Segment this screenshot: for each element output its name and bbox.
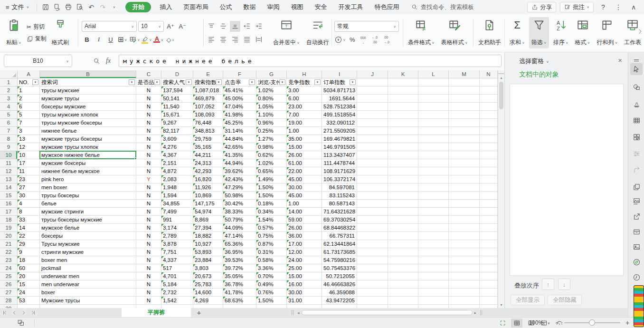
- fx-icon[interactable]: fx: [106, 57, 111, 65]
- cell[interactable]: [40, 305, 136, 308]
- cell[interactable]: 44.94%: [223, 159, 256, 167]
- move-up-button[interactable]: ↑: [542, 279, 554, 290]
- redo-button[interactable]: ↷: [97, 1, 108, 13]
- cell[interactable]: [480, 95, 498, 103]
- zoom-level[interactable]: 100%: [529, 319, 543, 326]
- cell[interactable]: [418, 240, 449, 248]
- increase-decimal-button[interactable]: .00→.0: [383, 34, 393, 45]
- cell[interactable]: [480, 87, 498, 95]
- filter-dropdown-button[interactable]: [216, 79, 222, 85]
- cell[interactable]: 11,540: [161, 103, 193, 111]
- cell[interactable]: 332.090112: [322, 119, 357, 127]
- cell[interactable]: 47.04%: [223, 103, 256, 111]
- cell[interactable]: [388, 232, 418, 240]
- cell[interactable]: 42.65%: [223, 143, 256, 151]
- cell[interactable]: [480, 305, 498, 308]
- cell[interactable]: [357, 192, 388, 200]
- cell[interactable]: трусы мужские боксеры: [40, 119, 136, 127]
- picture-button[interactable]: [630, 241, 643, 253]
- cell[interactable]: 50.7212055: [322, 272, 357, 280]
- cell[interactable]: [418, 143, 449, 151]
- cell[interactable]: 39.53%: [223, 256, 256, 264]
- cell[interactable]: 16,820: [193, 175, 223, 183]
- menu-tab[interactable]: 特色应用: [369, 0, 405, 14]
- cell[interactable]: 2,789: [161, 232, 193, 240]
- cell[interactable]: [480, 208, 498, 216]
- cell[interactable]: 4,367: [161, 151, 193, 159]
- cell[interactable]: 4,701: [161, 272, 193, 280]
- cell[interactable]: 5034.871713: [322, 87, 357, 95]
- cell[interactable]: [418, 272, 449, 280]
- cell[interactable]: 0.96%: [256, 119, 287, 127]
- cell[interactable]: [418, 232, 449, 240]
- cell[interactable]: стринги мужские: [40, 248, 136, 256]
- row-header[interactable]: 1: [0, 78, 18, 87]
- cell[interactable]: [480, 224, 498, 232]
- filter-dropdown-button[interactable]: [350, 79, 356, 85]
- cell[interactable]: мужские боксеры: [40, 159, 136, 167]
- menu-tab[interactable]: 审阅: [261, 0, 285, 14]
- cell[interactable]: 0.57%: [256, 224, 287, 232]
- zoom-out-button[interactable]: −: [554, 319, 560, 327]
- cell[interactable]: 44.84%: [223, 135, 256, 143]
- cell[interactable]: Мужские трусы: [40, 297, 136, 305]
- number-format-select[interactable]: 常规∨: [334, 21, 399, 32]
- cell[interactable]: [480, 119, 498, 127]
- cell[interactable]: [449, 135, 480, 143]
- cell[interactable]: 25,783: [193, 280, 223, 289]
- cell-shading-button[interactable]: ∨: [129, 34, 140, 45]
- cell[interactable]: 0.75%: [256, 232, 287, 240]
- cell[interactable]: 6.00: [287, 95, 322, 103]
- more-options-button[interactable]: ⋮: [613, 1, 624, 13]
- thousands-format-button[interactable]: 000,: [359, 34, 369, 45]
- merge-center-button[interactable]: T 合并居中∨: [271, 17, 302, 48]
- row-header[interactable]: 27: [0, 289, 18, 297]
- comment-button[interactable]: 批注 ∨: [560, 2, 594, 12]
- cell[interactable]: 68.84468322: [322, 224, 357, 232]
- cell[interactable]: 1.50%: [256, 297, 287, 305]
- cell[interactable]: [388, 256, 418, 264]
- cell[interactable]: [418, 87, 449, 95]
- cell[interactable]: [388, 135, 418, 143]
- bold-button[interactable]: B: [82, 34, 92, 45]
- cell[interactable]: [418, 159, 449, 167]
- row-header[interactable]: 25: [0, 272, 18, 280]
- font-name-select[interactable]: Arial∨: [82, 21, 137, 32]
- cell[interactable]: 3,803: [193, 264, 223, 272]
- column-header[interactable]: H: [287, 70, 322, 78]
- filter-dropdown-button[interactable]: [314, 79, 321, 85]
- cell[interactable]: 47.29%: [223, 183, 256, 192]
- cell[interactable]: 36.95%: [223, 248, 256, 256]
- cell[interactable]: [480, 240, 498, 248]
- cell[interactable]: [480, 159, 498, 167]
- cell[interactable]: [357, 297, 388, 305]
- cell[interactable]: [449, 192, 480, 200]
- cell[interactable]: 271.5509205: [322, 127, 357, 135]
- align-right-button[interactable]: [230, 34, 240, 45]
- cell[interactable]: [388, 216, 418, 224]
- cell[interactable]: pink hero: [40, 175, 136, 183]
- row-header[interactable]: 19: [0, 224, 18, 232]
- cell[interactable]: [480, 183, 498, 192]
- cell[interactable]: 20: [18, 272, 40, 280]
- cell[interactable]: 41.98%: [223, 111, 256, 119]
- row-header[interactable]: 5: [0, 111, 18, 119]
- cell[interactable]: underwear men: [40, 272, 136, 280]
- column-header[interactable]: I: [322, 70, 357, 78]
- wordart-button[interactable]: A: [630, 97, 643, 110]
- cell[interactable]: 50,141: [161, 95, 193, 103]
- cell[interactable]: 43.9472205: [322, 297, 357, 305]
- cell[interactable]: 66.757311: [322, 232, 357, 240]
- cell[interactable]: [357, 272, 388, 280]
- cell[interactable]: [449, 127, 480, 135]
- cell[interactable]: [388, 264, 418, 272]
- cell[interactable]: [449, 248, 480, 256]
- cell[interactable]: [193, 305, 223, 308]
- column-header[interactable]: M: [449, 70, 480, 78]
- row-header[interactable]: 7: [0, 127, 18, 135]
- cell[interactable]: 0.65%: [256, 167, 287, 175]
- cell[interactable]: [357, 151, 388, 159]
- cell[interactable]: трусы боксеры: [40, 192, 136, 200]
- cell[interactable]: [418, 224, 449, 232]
- select-cursor-button[interactable]: [630, 63, 643, 75]
